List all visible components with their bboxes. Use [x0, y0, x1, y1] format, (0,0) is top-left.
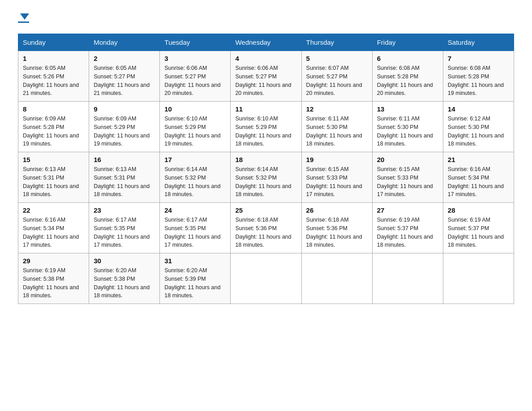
day-number: 1	[23, 55, 84, 62]
calendar-cell: 29 Sunrise: 6:19 AM Sunset: 5:38 PM Dayl…	[18, 253, 89, 304]
day-number: 24	[164, 206, 226, 214]
day-info: Sunrise: 6:10 AM Sunset: 5:29 PM Dayligh…	[164, 115, 226, 148]
calendar-cell: 6 Sunrise: 6:08 AM Sunset: 5:28 PM Dayli…	[372, 51, 443, 102]
day-info: Sunrise: 6:17 AM Sunset: 5:35 PM Dayligh…	[94, 216, 155, 249]
day-number: 7	[448, 55, 509, 62]
header-wednesday: Wednesday	[231, 34, 301, 51]
day-info: Sunrise: 6:11 AM Sunset: 5:30 PM Dayligh…	[377, 115, 438, 148]
calendar-cell: 9 Sunrise: 6:09 AM Sunset: 5:29 PM Dayli…	[89, 102, 160, 152]
day-info: Sunrise: 6:08 AM Sunset: 5:28 PM Dayligh…	[377, 64, 438, 98]
day-number: 23	[94, 206, 155, 214]
calendar-cell: 5 Sunrise: 6:07 AM Sunset: 5:27 PM Dayli…	[301, 51, 372, 102]
calendar-cell: 20 Sunrise: 6:15 AM Sunset: 5:33 PM Dayl…	[372, 152, 443, 203]
calendar-cell	[231, 253, 301, 304]
calendar-week-row: 29 Sunrise: 6:19 AM Sunset: 5:38 PM Dayl…	[18, 253, 514, 304]
calendar-cell: 2 Sunrise: 6:05 AM Sunset: 5:27 PM Dayli…	[89, 51, 160, 102]
calendar-cell: 17 Sunrise: 6:14 AM Sunset: 5:32 PM Dayl…	[160, 152, 231, 203]
calendar-cell: 8 Sunrise: 6:09 AM Sunset: 5:28 PM Dayli…	[18, 102, 89, 152]
day-info: Sunrise: 6:13 AM Sunset: 5:31 PM Dayligh…	[94, 165, 155, 199]
calendar-table: SundayMondayTuesdayWednesdayThursdayFrid…	[18, 34, 514, 304]
calendar-cell: 1 Sunrise: 6:05 AM Sunset: 5:26 PM Dayli…	[18, 51, 89, 102]
day-number: 11	[235, 105, 296, 113]
day-info: Sunrise: 6:06 AM Sunset: 5:27 PM Dayligh…	[164, 64, 226, 98]
day-info: Sunrise: 6:05 AM Sunset: 5:27 PM Dayligh…	[94, 64, 155, 98]
day-info: Sunrise: 6:15 AM Sunset: 5:33 PM Dayligh…	[306, 165, 368, 199]
day-info: Sunrise: 6:19 AM Sunset: 5:37 PM Dayligh…	[377, 216, 438, 249]
day-number: 25	[235, 206, 296, 214]
calendar-cell: 21 Sunrise: 6:16 AM Sunset: 5:34 PM Dayl…	[443, 152, 514, 203]
calendar-cell: 15 Sunrise: 6:13 AM Sunset: 5:31 PM Dayl…	[18, 152, 89, 203]
day-info: Sunrise: 6:10 AM Sunset: 5:29 PM Dayligh…	[235, 115, 296, 148]
day-number: 22	[23, 206, 84, 214]
page-header	[18, 13, 514, 23]
calendar-cell: 24 Sunrise: 6:17 AM Sunset: 5:35 PM Dayl…	[160, 203, 231, 253]
calendar-cell: 7 Sunrise: 6:08 AM Sunset: 5:28 PM Dayli…	[443, 51, 514, 102]
calendar-week-row: 22 Sunrise: 6:16 AM Sunset: 5:34 PM Dayl…	[18, 203, 514, 253]
header-monday: Monday	[89, 34, 160, 51]
day-number: 31	[164, 257, 226, 265]
day-info: Sunrise: 6:16 AM Sunset: 5:34 PM Dayligh…	[448, 165, 509, 199]
day-number: 27	[377, 206, 438, 214]
day-number: 16	[94, 156, 155, 163]
calendar-cell: 14 Sunrise: 6:12 AM Sunset: 5:30 PM Dayl…	[443, 102, 514, 152]
logo	[18, 13, 29, 23]
day-number: 29	[23, 257, 84, 265]
calendar-cell: 27 Sunrise: 6:19 AM Sunset: 5:37 PM Dayl…	[372, 203, 443, 253]
calendar-week-row: 15 Sunrise: 6:13 AM Sunset: 5:31 PM Dayl…	[18, 152, 514, 203]
calendar-week-row: 8 Sunrise: 6:09 AM Sunset: 5:28 PM Dayli…	[18, 102, 514, 152]
calendar-cell: 30 Sunrise: 6:20 AM Sunset: 5:38 PM Dayl…	[89, 253, 160, 304]
day-info: Sunrise: 6:16 AM Sunset: 5:34 PM Dayligh…	[23, 216, 84, 249]
day-number: 28	[448, 206, 509, 214]
day-number: 15	[23, 156, 84, 163]
day-number: 26	[306, 206, 368, 214]
day-info: Sunrise: 6:20 AM Sunset: 5:39 PM Dayligh…	[164, 266, 226, 300]
calendar-cell	[443, 253, 514, 304]
day-number: 21	[448, 156, 509, 163]
day-number: 10	[164, 105, 226, 113]
day-info: Sunrise: 6:09 AM Sunset: 5:29 PM Dayligh…	[94, 115, 155, 148]
header-thursday: Thursday	[301, 34, 372, 51]
day-number: 12	[306, 105, 368, 113]
day-number: 14	[448, 105, 509, 113]
day-info: Sunrise: 6:20 AM Sunset: 5:38 PM Dayligh…	[94, 266, 155, 300]
calendar-cell: 31 Sunrise: 6:20 AM Sunset: 5:39 PM Dayl…	[160, 253, 231, 304]
day-info: Sunrise: 6:05 AM Sunset: 5:26 PM Dayligh…	[23, 64, 84, 98]
day-number: 4	[235, 55, 296, 62]
day-info: Sunrise: 6:07 AM Sunset: 5:27 PM Dayligh…	[306, 64, 368, 98]
calendar-cell: 28 Sunrise: 6:19 AM Sunset: 5:37 PM Dayl…	[443, 203, 514, 253]
calendar-cell: 26 Sunrise: 6:18 AM Sunset: 5:36 PM Dayl…	[301, 203, 372, 253]
calendar-cell: 12 Sunrise: 6:11 AM Sunset: 5:30 PM Dayl…	[301, 102, 372, 152]
day-info: Sunrise: 6:08 AM Sunset: 5:28 PM Dayligh…	[448, 64, 509, 98]
day-number: 20	[377, 156, 438, 163]
logo-divider	[18, 21, 29, 23]
calendar-cell: 22 Sunrise: 6:16 AM Sunset: 5:34 PM Dayl…	[18, 203, 89, 253]
day-number: 13	[377, 105, 438, 113]
day-info: Sunrise: 6:19 AM Sunset: 5:37 PM Dayligh…	[448, 216, 509, 249]
calendar-week-row: 1 Sunrise: 6:05 AM Sunset: 5:26 PM Dayli…	[18, 51, 514, 102]
day-number: 19	[306, 156, 368, 163]
calendar-cell: 10 Sunrise: 6:10 AM Sunset: 5:29 PM Dayl…	[160, 102, 231, 152]
day-info: Sunrise: 6:14 AM Sunset: 5:32 PM Dayligh…	[164, 165, 226, 199]
calendar-cell: 3 Sunrise: 6:06 AM Sunset: 5:27 PM Dayli…	[160, 51, 231, 102]
day-number: 2	[94, 55, 155, 62]
calendar-cell: 11 Sunrise: 6:10 AM Sunset: 5:29 PM Dayl…	[231, 102, 301, 152]
day-info: Sunrise: 6:17 AM Sunset: 5:35 PM Dayligh…	[164, 216, 226, 249]
day-number: 6	[377, 55, 438, 62]
header-friday: Friday	[372, 34, 443, 51]
day-info: Sunrise: 6:18 AM Sunset: 5:36 PM Dayligh…	[235, 216, 296, 249]
calendar-cell: 23 Sunrise: 6:17 AM Sunset: 5:35 PM Dayl…	[89, 203, 160, 253]
day-number: 8	[23, 105, 84, 113]
header-tuesday: Tuesday	[160, 34, 231, 51]
calendar-cell: 19 Sunrise: 6:15 AM Sunset: 5:33 PM Dayl…	[301, 152, 372, 203]
day-number: 18	[235, 156, 296, 163]
day-info: Sunrise: 6:13 AM Sunset: 5:31 PM Dayligh…	[23, 165, 84, 199]
day-number: 30	[94, 257, 155, 265]
calendar-cell: 16 Sunrise: 6:13 AM Sunset: 5:31 PM Dayl…	[89, 152, 160, 203]
header-sunday: Sunday	[18, 34, 89, 51]
day-info: Sunrise: 6:19 AM Sunset: 5:38 PM Dayligh…	[23, 266, 84, 300]
day-info: Sunrise: 6:15 AM Sunset: 5:33 PM Dayligh…	[377, 165, 438, 199]
calendar-header-row: SundayMondayTuesdayWednesdayThursdayFrid…	[18, 34, 514, 51]
day-number: 17	[164, 156, 226, 163]
day-number: 5	[306, 55, 368, 62]
day-info: Sunrise: 6:18 AM Sunset: 5:36 PM Dayligh…	[306, 216, 368, 249]
